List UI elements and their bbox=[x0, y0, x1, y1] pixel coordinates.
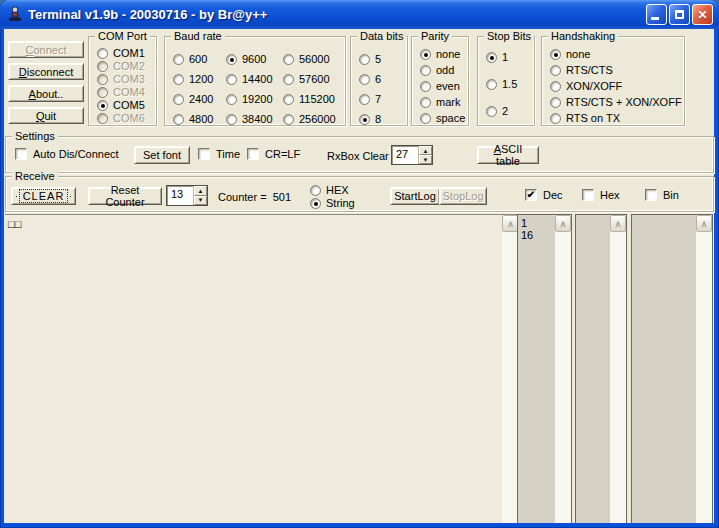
app-icon[interactable] bbox=[6, 6, 23, 23]
com4-radio: COM4 bbox=[97, 86, 145, 98]
baud-38400-radio[interactable]: 38400 bbox=[226, 113, 273, 125]
bin-pane-scrollbar[interactable]: ∧ bbox=[696, 215, 712, 523]
com5-radio[interactable]: COM5 bbox=[97, 99, 145, 111]
title-bar[interactable]: Terminal v1.9b - 20030716 - by Br@y++ ✕ bbox=[0, 0, 719, 29]
spin-up-icon[interactable]: ▲ bbox=[194, 186, 207, 196]
databits-7-radio[interactable]: 7 bbox=[359, 93, 381, 105]
radio-label: none bbox=[566, 48, 590, 60]
bin-pane[interactable]: ∧ bbox=[631, 214, 713, 523]
radio-icon bbox=[550, 65, 561, 76]
handshake-rts-on-tx-radio[interactable]: RTS on TX bbox=[550, 112, 620, 124]
parity-even-radio[interactable]: even bbox=[420, 80, 460, 92]
radio-label: 6 bbox=[375, 73, 381, 85]
radio-label: 2400 bbox=[189, 93, 213, 105]
baud-56000-radio[interactable]: 56000 bbox=[283, 53, 330, 65]
radio-icon bbox=[359, 54, 370, 65]
quit-button[interactable]: Quit bbox=[8, 107, 84, 124]
hex-pane[interactable]: ∧ bbox=[575, 214, 627, 523]
radio-label: COM1 bbox=[113, 47, 145, 59]
set-font-label: Set font bbox=[143, 149, 181, 161]
parity-group: Parity none odd even mark space bbox=[411, 36, 469, 126]
crlf-checkbox[interactable]: CR=LF bbox=[247, 148, 300, 160]
minimize-button[interactable] bbox=[646, 4, 667, 25]
checkbox-label: Dec bbox=[543, 189, 563, 201]
parity-mark-radio[interactable]: mark bbox=[420, 96, 460, 108]
clear-button[interactable]: CLEAR bbox=[11, 187, 76, 205]
mode-string-radio[interactable]: String bbox=[310, 197, 355, 209]
baud-9600-radio[interactable]: 9600 bbox=[226, 53, 266, 65]
databits-6-radio[interactable]: 6 bbox=[359, 73, 381, 85]
parity-none-radio[interactable]: none bbox=[420, 48, 460, 60]
spin-down-icon[interactable]: ▼ bbox=[419, 155, 432, 164]
baud-1200-radio[interactable]: 1200 bbox=[173, 73, 213, 85]
radio-icon bbox=[486, 106, 497, 117]
radio-icon bbox=[550, 49, 561, 60]
scroll-up-button[interactable]: ∧ bbox=[610, 215, 626, 232]
com1-radio[interactable]: COM1 bbox=[97, 47, 145, 59]
hex-pane-text bbox=[576, 215, 610, 523]
startlog-button[interactable]: StartLog bbox=[390, 187, 440, 205]
handshake-xonxoff-radio[interactable]: XON/XOFF bbox=[550, 80, 622, 92]
stopbits-2-radio[interactable]: 2 bbox=[486, 105, 508, 117]
radio-icon bbox=[283, 74, 294, 85]
spin-down-icon[interactable]: ▼ bbox=[194, 196, 207, 206]
reset-counter-button[interactable]: Reset Counter bbox=[88, 187, 162, 205]
checkbox-label: Bin bbox=[663, 189, 679, 201]
baud-57600-radio[interactable]: 57600 bbox=[283, 73, 330, 85]
spin-up-icon[interactable]: ▲ bbox=[419, 146, 432, 155]
about-button[interactable]: About.. bbox=[8, 85, 84, 102]
dec-pane[interactable]: 116 ∧ bbox=[517, 214, 572, 523]
hex-pane-scrollbar[interactable]: ∧ bbox=[610, 215, 626, 523]
connect-button[interactable]: Connect bbox=[8, 41, 84, 58]
parity-space-radio[interactable]: space bbox=[420, 112, 465, 124]
startlog-label: StartLog bbox=[394, 190, 436, 202]
radio-icon bbox=[486, 79, 497, 90]
rxbox-clear-spinner[interactable]: 27 ▲▼ bbox=[391, 145, 433, 165]
dec-pane-scrollbar[interactable]: ∧ bbox=[555, 215, 571, 523]
time-checkbox[interactable]: Time bbox=[198, 148, 240, 160]
bin-checkbox[interactable]: Bin bbox=[645, 189, 679, 201]
handshake-rtscts-radio[interactable]: RTS/CTS bbox=[550, 64, 613, 76]
maximize-button[interactable] bbox=[669, 4, 690, 25]
baud-4800-radio[interactable]: 4800 bbox=[173, 113, 213, 125]
scroll-up-icon: ∧ bbox=[560, 219, 567, 229]
baud-600-radio[interactable]: 600 bbox=[173, 53, 207, 65]
ascii-table-button[interactable]: ASCII table bbox=[477, 146, 539, 164]
handshake-none-radio[interactable]: none bbox=[550, 48, 590, 60]
stopbits-1-5-radio[interactable]: 1.5 bbox=[486, 78, 517, 90]
dec-checkbox[interactable]: ✔Dec bbox=[525, 189, 563, 201]
auto-disconnect-checkbox[interactable]: Auto Dis/Connect bbox=[15, 148, 119, 160]
baud-256000-radio[interactable]: 256000 bbox=[283, 113, 336, 125]
scroll-up-button[interactable]: ∧ bbox=[696, 215, 712, 232]
baud-19200-radio[interactable]: 19200 bbox=[226, 93, 273, 105]
radio-label: COM4 bbox=[113, 86, 145, 98]
radio-icon bbox=[359, 114, 370, 125]
handshake-rtscts-xonxoff-radio[interactable]: RTS/CTS + XON/XOFF bbox=[550, 96, 682, 108]
radio-icon bbox=[97, 87, 108, 98]
rx-lines-spinner[interactable]: 13 ▲▼ bbox=[166, 185, 208, 206]
hex-checkbox[interactable]: Hex bbox=[582, 189, 620, 201]
receive-text: □□ bbox=[5, 216, 502, 523]
baud-115200-radio[interactable]: 115200 bbox=[283, 93, 335, 105]
com-port-group-label: COM Port bbox=[95, 30, 150, 42]
set-font-button[interactable]: Set font bbox=[134, 146, 190, 164]
baud-14400-radio[interactable]: 14400 bbox=[226, 73, 273, 85]
parity-odd-radio[interactable]: odd bbox=[420, 64, 454, 76]
radio-label: 1200 bbox=[189, 73, 213, 85]
connect-label: Connect bbox=[26, 44, 67, 56]
baud-rate-group: Baud rate 600 1200 2400 4800 9600 14400 … bbox=[164, 36, 346, 126]
scroll-up-button[interactable]: ∧ bbox=[555, 215, 571, 232]
radio-label: 115200 bbox=[299, 93, 335, 105]
receive-textarea[interactable]: □□ ∧ bbox=[5, 214, 519, 523]
stoplog-button[interactable]: StopLog bbox=[439, 187, 487, 205]
disconnect-button[interactable]: Disconnect bbox=[8, 63, 84, 80]
baud-2400-radio[interactable]: 2400 bbox=[173, 93, 213, 105]
scroll-up-icon: ∧ bbox=[507, 219, 514, 229]
client-area: Connect Disconnect About.. Quit COM Port… bbox=[4, 29, 714, 523]
close-button[interactable]: ✕ bbox=[692, 4, 713, 25]
stopbits-1-radio[interactable]: 1 bbox=[486, 51, 508, 63]
mode-hex-radio[interactable]: HEX bbox=[310, 184, 349, 196]
databits-5-radio[interactable]: 5 bbox=[359, 53, 381, 65]
radio-label: 2 bbox=[502, 105, 508, 117]
databits-8-radio[interactable]: 8 bbox=[359, 113, 381, 125]
